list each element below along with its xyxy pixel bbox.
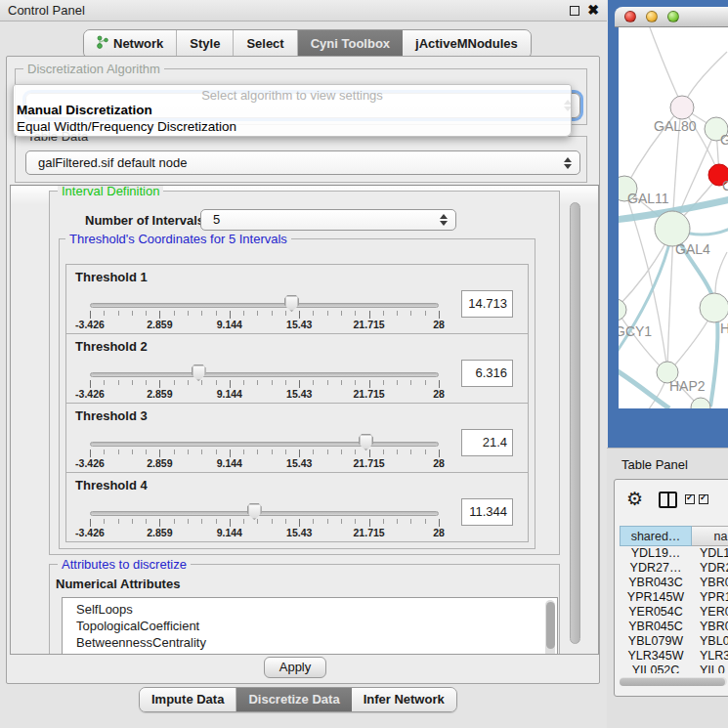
node-h[interactable] [700,293,728,322]
tab-style[interactable]: Style [177,30,234,58]
slider-tick-labels: -3.4262.8599.14415.4321.71528 [90,319,439,331]
mac-close-button[interactable] [624,11,636,22]
threshold-row: Threshold 4 -3.4262.8599.14415.4321.7152… [65,472,529,542]
cell-name[interactable]: YDR2 [692,561,728,576]
column-header-shared[interactable]: shared… [620,526,692,546]
cell-shared-name[interactable]: YDR27… [620,561,692,576]
cell-name[interactable]: YDL1 [692,546,728,561]
tick-label: -3.426 [75,457,105,469]
slider-track[interactable] [90,511,439,516]
select-columns-icon[interactable] [685,494,708,504]
cell-name[interactable]: YIL0 [692,664,728,673]
horizontal-scrollbar[interactable] [620,677,727,686]
tab-discretize-data[interactable]: Discretize Data [236,688,351,711]
right-region: GAL80 GA C GAL11 GAL4 GCY1 H HAP2 Table … [607,0,728,728]
threshold-value-field[interactable]: 14.713 [461,290,513,318]
tab-impute-data[interactable]: Impute Data [140,688,236,711]
table-row[interactable]: YBL079WYBL0 [620,634,728,649]
threshold-value-field[interactable]: 6.316 [461,360,513,387]
table-row[interactable]: YER054CYER0 [620,605,728,620]
list-item[interactable]: SelfLoops [63,601,557,618]
cell-name[interactable]: YBR0 [692,576,728,590]
table-data-combo[interactable]: galFiltered.sif default node [25,150,580,175]
float-window-icon[interactable] [570,6,579,16]
network-canvas[interactable]: GAL80 GA C GAL11 GAL4 GCY1 H HAP2 [619,27,728,408]
cell-shared-name[interactable]: YPR145W [620,590,692,605]
mac-minimize-button[interactable] [646,11,658,22]
gear-icon[interactable]: ⚙ [626,488,643,510]
node-gcy1[interactable] [619,299,626,321]
tab-infer-network[interactable]: Infer Network [352,688,456,711]
slider-thumb[interactable] [247,503,262,520]
tab-network[interactable]: Network [84,30,177,58]
table-row[interactable]: YBR043CYBR0 [620,576,728,590]
cell-shared-name[interactable]: YBL079W [620,634,692,649]
tab-label: Discretize Data [248,692,339,707]
cell-shared-name[interactable]: YBR045C [620,620,692,634]
cell-name[interactable]: YPR1 [692,590,728,605]
tick-label: 15.43 [286,527,312,538]
cell-name[interactable]: YBR0 [692,620,728,634]
mac-zoom-button[interactable] [667,11,679,22]
node-partial[interactable] [691,398,710,408]
threshold-label: Threshold 1 [75,270,148,284]
cell-shared-name[interactable]: YLR345W [620,649,692,664]
table-row[interactable]: YPR145WYPR1 [620,590,728,605]
threshold-label: Threshold 2 [75,339,148,354]
cell-shared-name[interactable]: YBR043C [620,576,692,590]
tick-label: 9.144 [217,527,242,538]
table-row[interactable]: YDR27…YDR2 [620,561,728,576]
network-view-window[interactable]: GAL80 GA C GAL11 GAL4 GCY1 H HAP2 [608,0,728,448]
table-row[interactable]: YLR345WYLR3 [620,649,728,664]
threshold-row: Threshold 1 -3.4262.8599.14415.4321.7152… [65,264,529,334]
list-item[interactable]: BetweennessCentrality [63,634,557,651]
list-item[interactable]: TopologicalCoefficient [63,618,557,634]
vertical-scrollbar-thumb[interactable] [570,202,580,644]
table-panel-body: ⚙ shared… na YDL19…YDL1YDR27…YDR2YBR043C… [614,479,728,697]
close-icon[interactable]: ✖ [587,2,599,18]
tick-label: 28 [433,527,445,538]
slider-track[interactable] [90,372,439,377]
column-header-name[interactable]: na [692,526,728,546]
threshold-label: Threshold 3 [75,408,148,423]
list-scrollbar-thumb[interactable] [546,602,555,649]
checkbox-icon [685,494,695,504]
dropdown-option-equal-width[interactable]: Equal Width/Frequency Discretization [17,119,236,134]
number-of-intervals-combo[interactable]: 5 [200,209,456,231]
tab-select[interactable]: Select [234,30,297,58]
slider-thumb[interactable] [284,295,299,312]
table-row[interactable]: YIL052CYIL0 [620,664,728,673]
column-split-icon[interactable] [659,492,677,508]
slider-thumb[interactable] [192,364,206,381]
table-row[interactable]: YBR045CYBR0 [620,620,728,634]
discretization-algorithm-group-label: Discretization Algorithm [23,62,164,76]
slider-track[interactable] [90,303,439,308]
cell-shared-name[interactable]: YDL19… [620,546,692,561]
table-data-combo-value: galFiltered.sif default node [38,155,187,170]
slider-thumb[interactable] [359,434,373,450]
list-scrollbar[interactable] [545,600,555,655]
node-label-gal80: GAL80 [654,118,697,134]
tab-label: Style [190,36,220,51]
attributes-group: Attributes to discretize Numerical Attri… [49,564,560,655]
cell-name[interactable]: YBL0 [692,634,728,649]
dropdown-placeholder: Select algorithm to view settings [14,88,571,103]
cell-name[interactable]: YER0 [692,605,728,620]
tab-cyni-toolbox[interactable]: Cyni Toolbox [298,30,403,58]
node-label-c: C [722,178,728,193]
tab-jactivemnodules[interactable]: jActiveMNodules [403,30,531,58]
horizontal-scrollbar-thumb[interactable] [620,678,725,686]
tab-label: Infer Network [364,692,445,707]
cell-name[interactable]: YLR3 [692,649,728,664]
node-gal80[interactable] [670,96,694,119]
tick-label: 21.715 [354,319,385,330]
apply-button[interactable]: Apply [264,657,326,678]
threshold-value-field[interactable]: 11.344 [461,498,513,526]
table-row[interactable]: YDL19…YDL1 [620,546,728,561]
dropdown-option-manual[interactable]: Manual Discretization [17,103,152,117]
slider-track[interactable] [90,442,439,447]
cell-shared-name[interactable]: YER054C [620,605,692,620]
cell-shared-name[interactable]: YIL052C [620,664,692,673]
network-window-titlebar[interactable] [615,7,728,27]
threshold-value-field[interactable]: 21.4 [461,429,513,456]
